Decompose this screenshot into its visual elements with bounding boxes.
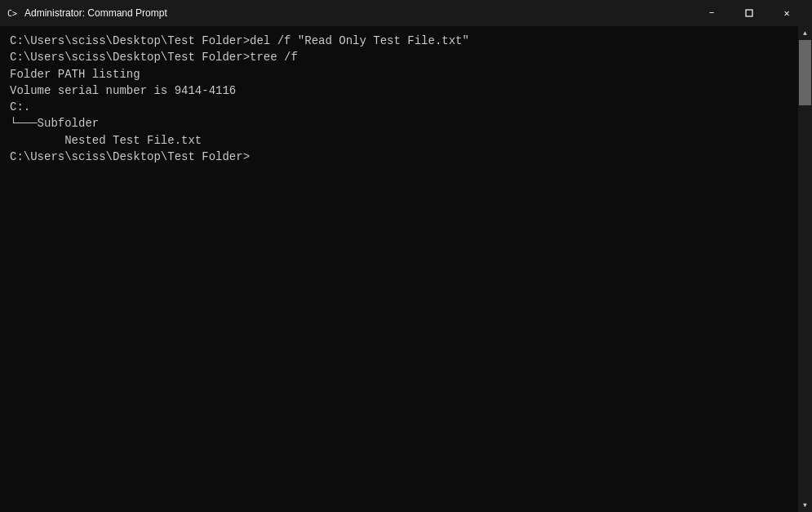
scrollbar-track [798,40,812,498]
terminal-line: C:\Users\sciss\Desktop\Test Folder>tree … [10,49,788,65]
window-controls: – ✕ [693,0,805,26]
scroll-down-button[interactable]: ▼ [798,498,812,512]
scrollbar[interactable]: ▲ ▼ [798,26,812,512]
window-title: Administrator: Command Prompt [24,7,167,19]
title-bar-left: C> Administrator: Command Prompt [7,7,167,20]
svg-text:C>: C> [7,9,17,18]
terminal-line: Volume serial number is 9414-4116 [10,82,788,99]
cmd-window: C> Administrator: Command Prompt – ✕ C:\… [0,0,812,512]
cmd-icon: C> [7,7,20,20]
scroll-up-button[interactable]: ▲ [798,26,812,40]
terminal-output[interactable]: C:\Users\sciss\Desktop\Test Folder>del /… [0,26,798,512]
terminal-line: Folder PATH listing [10,66,788,82]
terminal-line: Nested Test File.txt [10,132,788,149]
minimize-button[interactable]: – [693,0,730,26]
content-area: C:\Users\sciss\Desktop\Test Folder>del /… [0,26,812,512]
close-button[interactable]: ✕ [768,0,805,26]
title-bar: C> Administrator: Command Prompt – ✕ [0,0,812,26]
scrollbar-thumb[interactable] [799,40,811,105]
terminal-line: C:\Users\sciss\Desktop\Test Folder>del /… [10,33,788,49]
terminal-line: C:\Users\sciss\Desktop\Test Folder> [10,149,788,165]
svg-rect-2 [746,10,752,16]
terminal-line: └───Subfolder [10,115,788,131]
maximize-button[interactable] [730,0,768,26]
terminal-line: C:. [10,99,788,115]
